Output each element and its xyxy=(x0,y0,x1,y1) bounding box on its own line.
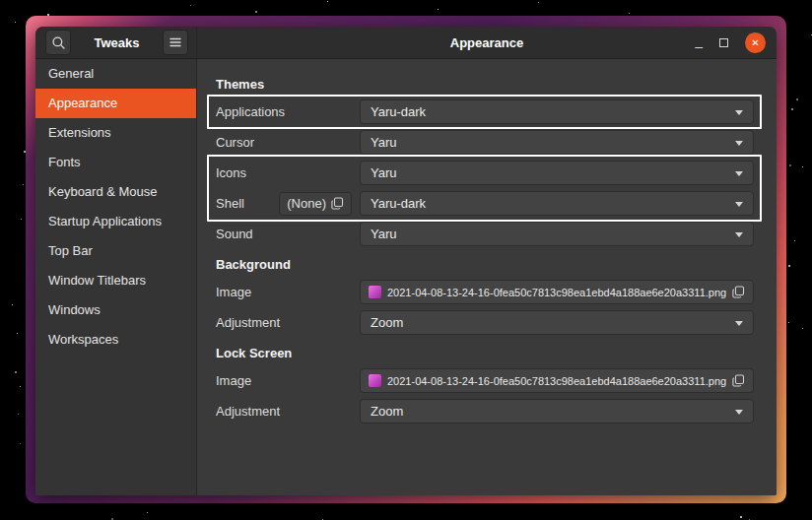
shell-none-value: (None) xyxy=(287,196,326,211)
sidebar-item-top-bar[interactable]: Top Bar xyxy=(35,236,196,266)
applications-label: Applications xyxy=(216,104,360,119)
applications-theme-value: Yaru-dark xyxy=(371,104,426,119)
background-adjustment-value: Zoom xyxy=(371,315,403,330)
hamburger-menu-icon xyxy=(169,36,182,48)
sidebar-item-startup-applications[interactable]: Startup Applications xyxy=(35,207,196,236)
sound-theme-row: Sound Yaru xyxy=(216,219,754,249)
lockscreen-adjustment-value: Zoom xyxy=(371,404,403,419)
app-title: Tweaks xyxy=(71,35,163,50)
cursor-theme-value: Yaru xyxy=(371,135,397,150)
chevron-down-icon xyxy=(735,171,743,176)
applications-theme-row: Applications Yaru-dark xyxy=(216,97,754,127)
sidebar-item-general[interactable]: General xyxy=(35,59,196,89)
file-icon xyxy=(732,286,745,298)
window-controls: – ✕ xyxy=(695,27,766,59)
background-heading: Background xyxy=(216,257,754,273)
headerbar: Tweaks Appearance – ✕ xyxy=(35,27,777,59)
lockscreen-image-button[interactable]: 2021-04-08-13-24-16-0fea50c7813c98ea1ebd… xyxy=(360,368,754,393)
lockscreen-image-filename: 2021-04-08-13-24-16-0fea50c7813c98ea1ebd… xyxy=(387,375,726,387)
image-thumbnail-icon xyxy=(369,286,381,298)
shell-theme-value: Yaru-dark xyxy=(371,196,426,211)
applications-theme-dropdown[interactable]: Yaru-dark xyxy=(360,99,754,124)
maximize-button[interactable] xyxy=(719,38,728,47)
lockscreen-image-row: Image 2021-04-08-13-24-16-0fea50c7813c98… xyxy=(216,365,754,396)
cursor-theme-dropdown[interactable]: Yaru xyxy=(360,130,754,155)
background-image-filename: 2021-04-08-13-24-16-0fea50c7813c98ea1ebd… xyxy=(387,287,726,298)
sidebar-item-keyboard-mouse[interactable]: Keyboard & Mouse xyxy=(35,177,196,207)
menu-button[interactable] xyxy=(163,30,188,55)
cursor-label: Cursor xyxy=(216,135,360,150)
themes-heading: Themes xyxy=(216,77,754,93)
sidebar: General Appearance Extensions Fonts Keyb… xyxy=(35,59,197,495)
search-icon xyxy=(51,35,66,50)
sidebar-item-workspaces[interactable]: Workspaces xyxy=(35,325,196,355)
shell-label: Shell xyxy=(216,196,244,211)
image-thumbnail-icon xyxy=(369,374,381,387)
background-image-button[interactable]: 2021-04-08-13-24-16-0fea50c7813c98ea1ebd… xyxy=(360,280,754,304)
sidebar-item-appearance[interactable]: Appearance xyxy=(35,89,196,118)
background-image-label: Image xyxy=(216,285,360,299)
shell-user-theme-button[interactable]: (None) xyxy=(279,192,352,216)
sidebar-item-window-titlebars[interactable]: Window Titlebars xyxy=(35,266,196,295)
minimize-button[interactable]: – xyxy=(695,35,703,51)
icons-theme-dropdown[interactable]: Yaru xyxy=(360,161,754,185)
sound-theme-dropdown[interactable]: Yaru xyxy=(360,222,754,246)
lockscreen-image-label: Image xyxy=(216,373,360,388)
chevron-down-icon xyxy=(735,110,743,115)
appearance-panel: Themes Applications Yaru-dark Cursor Yar… xyxy=(197,59,777,495)
headerbar-right: Appearance – ✕ xyxy=(197,27,777,58)
icons-theme-value: Yaru xyxy=(371,165,397,180)
chevron-down-icon xyxy=(735,321,743,326)
background-adjustment-dropdown[interactable]: Zoom xyxy=(360,310,754,335)
headerbar-left: Tweaks xyxy=(35,27,197,58)
shell-theme-row: Shell (None) Yaru-dark xyxy=(216,188,754,219)
close-icon: ✕ xyxy=(751,37,759,48)
window-body: General Appearance Extensions Fonts Keyb… xyxy=(35,59,777,495)
paste-icon xyxy=(331,197,344,210)
lockscreen-adjustment-label: Adjustment xyxy=(216,404,360,419)
sound-theme-value: Yaru xyxy=(371,227,397,241)
icons-label: Icons xyxy=(216,165,360,180)
background-image-row: Image 2021-04-08-13-24-16-0fea50c7813c98… xyxy=(216,277,754,307)
shell-theme-dropdown[interactable]: Yaru-dark xyxy=(360,191,754,216)
lockscreen-adjustment-row: Adjustment Zoom xyxy=(216,396,754,426)
chevron-down-icon xyxy=(735,232,743,237)
background-adjustment-label: Adjustment xyxy=(216,315,360,330)
page-title: Appearance xyxy=(450,35,523,50)
lockscreen-adjustment-dropdown[interactable]: Zoom xyxy=(360,399,754,423)
shell-label-group: Shell (None) xyxy=(216,192,360,216)
file-icon xyxy=(732,374,745,387)
sidebar-item-windows[interactable]: Windows xyxy=(35,295,196,325)
tweaks-window: Tweaks Appearance – ✕ General Appearance xyxy=(35,27,777,495)
chevron-down-icon xyxy=(735,410,743,415)
close-button[interactable]: ✕ xyxy=(745,32,766,53)
chevron-down-icon xyxy=(735,141,743,146)
sound-label: Sound xyxy=(216,227,360,241)
lock-screen-heading: Lock Screen xyxy=(216,346,754,361)
icons-theme-row: Icons Yaru xyxy=(216,158,754,188)
chevron-down-icon xyxy=(735,202,743,207)
search-button[interactable] xyxy=(45,30,71,55)
sidebar-item-extensions[interactable]: Extensions xyxy=(35,118,196,148)
background-adjustment-row: Adjustment Zoom xyxy=(216,307,754,338)
cursor-theme-row: Cursor Yaru xyxy=(216,127,754,158)
sidebar-item-fonts[interactable]: Fonts xyxy=(35,148,196,177)
